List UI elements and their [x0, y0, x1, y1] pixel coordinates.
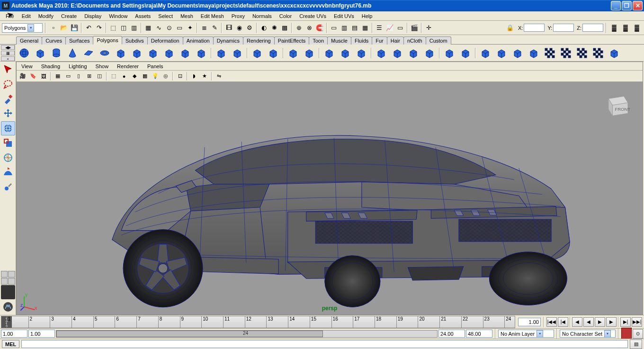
xyz-icon[interactable]: ✛	[423, 23, 434, 33]
shelf-pipe-icon[interactable]	[145, 45, 161, 61]
shelf-mirror-icon[interactable]	[458, 45, 473, 61]
shelf-extract-icon[interactable]	[266, 45, 281, 61]
panel-isolate-icon[interactable]: ⊡	[175, 72, 185, 81]
menu-create[interactable]: Create	[57, 12, 80, 20]
anim-layer-dropdown[interactable]: No Anim Layer	[498, 330, 554, 338]
show-manip-tool[interactable]	[1, 180, 15, 194]
shelf-tab-ncloth[interactable]: nCloth	[403, 36, 426, 45]
range-end-inner[interactable]	[438, 330, 465, 338]
shelf-tab-deformation[interactable]: Deformation	[147, 36, 183, 45]
panel-two-side-icon[interactable]: ⇋	[214, 72, 224, 81]
step-back-button[interactable]: ◀	[572, 317, 582, 327]
layout-presets[interactable]	[1, 271, 15, 285]
texture-icon[interactable]: ▩	[279, 23, 290, 33]
shelf-extrude-icon[interactable]	[322, 45, 337, 61]
shelf-tab-surfaces[interactable]: Surfaces	[65, 36, 93, 45]
layout-single[interactable]	[1, 271, 8, 277]
panel-image-plane-icon[interactable]: 🖼	[39, 72, 48, 81]
shelf-tab-fur[interactable]: Fur	[372, 36, 387, 45]
lock-coords-icon[interactable]: 🔒	[505, 23, 515, 33]
auto-key-toggle[interactable]: ⊙	[633, 329, 643, 339]
shelf-image-plane-icon[interactable]	[230, 45, 245, 61]
range-end-outer[interactable]	[466, 330, 492, 338]
menu-display[interactable]: Display	[80, 12, 105, 20]
shelf-tab-painteffects[interactable]: PaintEffects	[274, 36, 310, 45]
shelf-checker3-icon[interactable]	[574, 45, 590, 61]
shelf-soccer-icon[interactable]	[178, 45, 193, 61]
graph-icon[interactable]: 📈	[385, 23, 395, 33]
close-button[interactable]: ✕	[633, 1, 643, 10]
shelf-controls[interactable]: ◀▶▦×	[1, 45, 15, 62]
module-selector[interactable]: Polygons	[2, 23, 43, 33]
shelf-checker1-icon[interactable]	[542, 45, 557, 61]
shelf-helix-icon[interactable]	[161, 45, 177, 61]
current-frame-input[interactable]	[518, 318, 541, 326]
panel-menu-show[interactable]: Show	[94, 63, 111, 70]
shelf-torus-icon[interactable]	[97, 45, 112, 61]
snap-a-icon[interactable]: ⊕	[294, 23, 304, 33]
panel-menu-panels[interactable]: Panels	[145, 63, 165, 70]
lasso-tool[interactable]	[1, 77, 15, 91]
shelf-uv1-icon[interactable]	[478, 45, 493, 61]
open-icon[interactable]: 📂	[59, 23, 69, 33]
panel-flat-shade-icon[interactable]: ◆	[130, 72, 139, 81]
menu-select[interactable]: Select	[154, 12, 177, 20]
menu-color[interactable]: Color	[276, 12, 295, 20]
shelf-plane2-icon[interactable]	[214, 45, 229, 61]
redo-icon[interactable]: ↷	[94, 23, 104, 33]
shelf-uv3-icon[interactable]	[510, 45, 525, 61]
shelf-prism-icon[interactable]	[113, 45, 128, 61]
range-bar[interactable]: 24	[56, 330, 438, 338]
viewcube[interactable]: FRONT	[600, 91, 633, 120]
shelf-cylinder-icon[interactable]	[49, 45, 64, 61]
shelf-tab-muscle[interactable]: Muscle	[327, 36, 351, 45]
shelf-tab-custom[interactable]: Custom	[426, 36, 451, 45]
shelf-uv2-icon[interactable]	[494, 45, 509, 61]
panel-menu-view[interactable]: View	[19, 63, 35, 70]
panel-wire-icon[interactable]: ⬚	[109, 72, 118, 81]
render-icon[interactable]: 🎞	[224, 23, 234, 33]
sidebar-toggle-2-icon[interactable]: ▓	[620, 23, 631, 33]
panel-textured-icon[interactable]: ▩	[140, 72, 150, 81]
panel-res-gate-icon[interactable]: ▯	[74, 72, 83, 81]
menu-create-uvs[interactable]: Create UVs	[295, 12, 330, 20]
z-input[interactable]	[582, 24, 603, 32]
layout-two-h[interactable]	[1, 278, 8, 285]
step-back-key-button[interactable]: |◀	[558, 317, 568, 327]
panel-safe-icon[interactable]: ◫	[95, 72, 104, 81]
layout-1-icon[interactable]: ▭	[329, 23, 339, 33]
time-track[interactable]: 11 1234567891011121314151617181920212223…	[1, 316, 515, 328]
menu-mesh[interactable]: Mesh	[177, 12, 197, 20]
history-icon[interactable]: ≣	[199, 23, 209, 33]
dope-icon[interactable]: ▭	[395, 23, 405, 33]
snap-grid-icon[interactable]: ▦	[143, 23, 153, 33]
shelf-cone-icon[interactable]	[65, 45, 80, 61]
shelf-settings-icon[interactable]	[607, 45, 622, 61]
viewport-3d[interactable]: y x z FRONT persp	[17, 82, 643, 314]
y-input[interactable]	[553, 24, 574, 32]
layout-3-icon[interactable]: ▤	[349, 23, 360, 33]
panel-film-gate-icon[interactable]: ▭	[63, 72, 73, 81]
character-set-dropdown[interactable]: No Character Set	[560, 330, 616, 338]
menu-help[interactable]: Help	[358, 12, 376, 20]
snap-live-icon[interactable]: ✦	[185, 23, 195, 33]
shelf-append-icon[interactable]	[354, 45, 369, 61]
snap-point-icon[interactable]: ⊙	[164, 23, 174, 33]
panel-camera-select-icon[interactable]: 🎥	[18, 72, 27, 81]
layout-custom-1[interactable]	[1, 285, 15, 299]
script-lang-button[interactable]: MEL	[2, 340, 19, 348]
shelf-tab-curves[interactable]: Curves	[42, 36, 66, 45]
panel-hq-icon[interactable]: ★	[200, 72, 209, 81]
shelf-sphere-icon[interactable]	[17, 45, 32, 61]
shelf-tab-rendering[interactable]: Rendering	[243, 36, 275, 45]
panel-xray-icon[interactable]: ◎	[161, 72, 170, 81]
playblast-icon[interactable]: 🎬	[409, 23, 420, 33]
render-settings-icon[interactable]: ⚙	[244, 23, 255, 33]
outliner-icon[interactable]: ☰	[374, 23, 385, 33]
x-input[interactable]	[524, 24, 545, 32]
menu-edit-uvs[interactable]: Edit UVs	[330, 12, 358, 20]
range-start-outer[interactable]	[1, 330, 27, 338]
shelf-offset-icon[interactable]	[422, 45, 437, 61]
panel-smooth-shade-icon[interactable]: ●	[119, 72, 129, 81]
soft-mod-tool[interactable]	[1, 165, 15, 179]
